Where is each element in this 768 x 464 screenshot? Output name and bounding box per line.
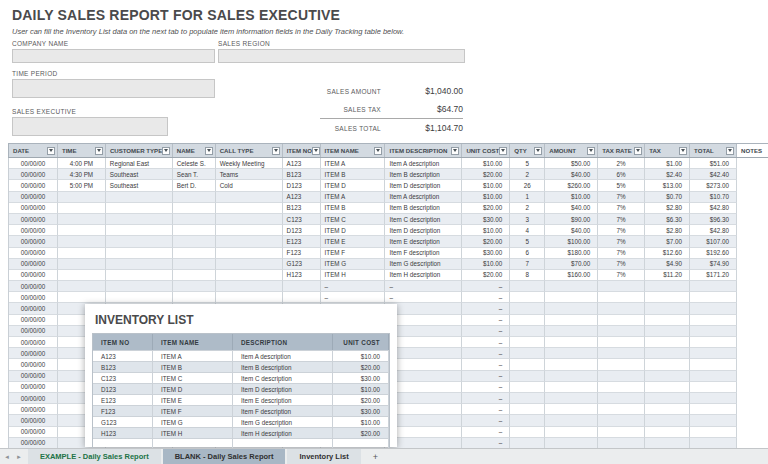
cell[interactable] bbox=[545, 303, 598, 314]
cell[interactable]: 00/00/00 bbox=[9, 214, 58, 225]
cell[interactable] bbox=[216, 236, 283, 247]
cell[interactable] bbox=[737, 337, 768, 348]
cell[interactable]: F123 bbox=[93, 405, 153, 416]
cell[interactable]: $10.00 bbox=[333, 383, 389, 394]
cell[interactable] bbox=[690, 404, 737, 415]
cell[interactable]: – bbox=[385, 404, 462, 415]
filter-dropdown-icon[interactable] bbox=[534, 147, 542, 155]
cell[interactable] bbox=[510, 348, 545, 359]
tab-scroll-left-icon[interactable]: ◄ bbox=[4, 454, 10, 460]
cell[interactable] bbox=[216, 192, 283, 203]
cell[interactable] bbox=[690, 382, 737, 393]
cell[interactable] bbox=[545, 371, 598, 382]
cell[interactable]: 00/00/00 bbox=[9, 371, 58, 382]
filter-dropdown-icon[interactable] bbox=[374, 147, 382, 155]
cell[interactable] bbox=[58, 259, 106, 270]
cell[interactable]: Item C description bbox=[233, 372, 333, 383]
cell[interactable]: 7 bbox=[510, 259, 545, 270]
cell[interactable] bbox=[545, 427, 598, 438]
cell[interactable] bbox=[173, 248, 216, 259]
cell[interactable]: ITEM A bbox=[321, 158, 386, 169]
cell[interactable]: $10.70 bbox=[690, 192, 737, 203]
cell[interactable] bbox=[737, 236, 768, 247]
cell[interactable] bbox=[690, 359, 737, 370]
filter-dropdown-icon[interactable] bbox=[634, 147, 642, 155]
cell[interactable] bbox=[737, 382, 768, 393]
cell[interactable]: 00/00/00 bbox=[9, 180, 58, 191]
cell[interactable]: 00/00/00 bbox=[9, 169, 58, 180]
filter-dropdown-icon[interactable] bbox=[499, 147, 507, 155]
cell[interactable] bbox=[598, 303, 645, 314]
cell[interactable] bbox=[58, 214, 106, 225]
cell[interactable] bbox=[510, 315, 545, 326]
cell[interactable]: $13.00 bbox=[645, 180, 690, 191]
cell[interactable]: – bbox=[462, 303, 510, 314]
cell[interactable] bbox=[216, 281, 283, 292]
cell[interactable]: C123 bbox=[283, 214, 321, 225]
cell[interactable]: 5 bbox=[510, 158, 545, 169]
cell[interactable] bbox=[690, 281, 737, 292]
filter-dropdown-icon[interactable] bbox=[95, 147, 103, 155]
cell[interactable] bbox=[598, 415, 645, 426]
cell[interactable]: Item F description bbox=[385, 248, 462, 259]
cell[interactable] bbox=[598, 337, 645, 348]
cell[interactable] bbox=[216, 225, 283, 236]
cell[interactable]: $20.00 bbox=[333, 361, 389, 372]
cell[interactable]: $10.00 bbox=[462, 225, 510, 236]
cell[interactable] bbox=[645, 371, 690, 382]
cell[interactable]: – bbox=[462, 371, 510, 382]
cell[interactable] bbox=[545, 292, 598, 303]
cell[interactable]: $90.00 bbox=[545, 214, 598, 225]
cell[interactable]: ITEM C bbox=[321, 214, 386, 225]
filter-dropdown-icon[interactable] bbox=[205, 147, 213, 155]
cell[interactable]: – bbox=[462, 427, 510, 438]
cell[interactable]: D123 bbox=[283, 225, 321, 236]
cell[interactable]: $4.90 bbox=[645, 259, 690, 270]
cell[interactable]: ITEM D bbox=[321, 180, 386, 191]
cell[interactable]: 5 bbox=[510, 236, 545, 247]
cell[interactable]: 00/00/00 bbox=[9, 292, 58, 303]
cell[interactable]: ITEM B bbox=[153, 361, 233, 372]
cell[interactable]: A123 bbox=[283, 158, 321, 169]
cell[interactable] bbox=[510, 415, 545, 426]
cell[interactable]: ITEM E bbox=[321, 236, 386, 247]
cell[interactable]: Item F description bbox=[233, 405, 333, 416]
cell[interactable]: B123 bbox=[93, 361, 153, 372]
cell[interactable]: – bbox=[462, 404, 510, 415]
cell[interactable]: Sean T. bbox=[173, 169, 216, 180]
cell[interactable] bbox=[510, 427, 545, 438]
cell[interactable] bbox=[58, 281, 106, 292]
cell[interactable]: 7% bbox=[598, 236, 645, 247]
cell[interactable] bbox=[645, 326, 690, 337]
filter-dropdown-icon[interactable] bbox=[587, 147, 595, 155]
cell[interactable]: $20.00 bbox=[462, 236, 510, 247]
cell[interactable] bbox=[690, 393, 737, 404]
cell[interactable]: – bbox=[385, 415, 462, 426]
cell[interactable] bbox=[216, 270, 283, 281]
cell[interactable]: 1 bbox=[510, 192, 545, 203]
cell[interactable]: $10.00 bbox=[462, 192, 510, 203]
cell[interactable]: $30.00 bbox=[462, 214, 510, 225]
cell[interactable]: F123 bbox=[283, 248, 321, 259]
cell[interactable] bbox=[645, 415, 690, 426]
cell[interactable]: 2 bbox=[510, 169, 545, 180]
filter-dropdown-icon[interactable] bbox=[679, 147, 687, 155]
cell[interactable] bbox=[510, 359, 545, 370]
cell[interactable] bbox=[645, 382, 690, 393]
cell[interactable]: 00/00/00 bbox=[9, 315, 58, 326]
cell[interactable]: H123 bbox=[283, 270, 321, 281]
cell[interactable] bbox=[690, 348, 737, 359]
cell[interactable]: 6 bbox=[510, 248, 545, 259]
cell[interactable] bbox=[598, 382, 645, 393]
cell[interactable]: ITEM D bbox=[321, 225, 386, 236]
cell[interactable] bbox=[737, 415, 768, 426]
cell[interactable] bbox=[690, 326, 737, 337]
cell[interactable] bbox=[645, 315, 690, 326]
cell[interactable] bbox=[216, 248, 283, 259]
cell[interactable] bbox=[645, 427, 690, 438]
cell[interactable] bbox=[737, 192, 768, 203]
cell[interactable] bbox=[545, 326, 598, 337]
cell[interactable] bbox=[737, 270, 768, 281]
cell[interactable] bbox=[737, 203, 768, 214]
cell[interactable] bbox=[545, 281, 598, 292]
